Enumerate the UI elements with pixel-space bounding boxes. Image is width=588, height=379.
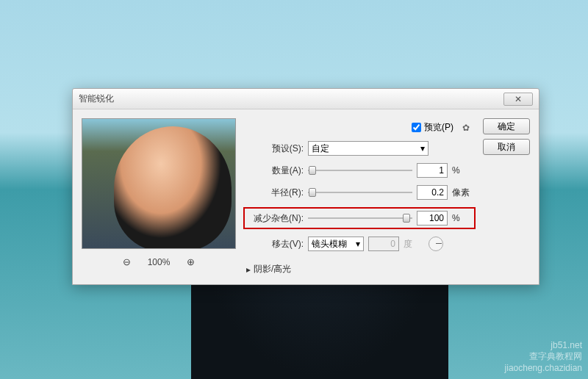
dialog-body: ⊖ 100% ⊕ 预览(P) ✿ 预设(S): 自定 ▾ (73, 109, 539, 284)
zoom-controls: ⊖ 100% ⊕ (82, 256, 236, 267)
radius-slider-thumb[interactable] (309, 188, 316, 197)
reduce-noise-input[interactable]: 100 (417, 211, 448, 225)
controls-column: 预览(P) ✿ 预设(S): 自定 ▾ 数量(A): 1 % (246, 118, 473, 275)
amount-row: 数量(A): 1 % (246, 163, 473, 178)
radius-label: 半径(R): (246, 187, 304, 199)
radius-row: 半径(R): 0.2 像素 (246, 185, 473, 200)
reduce-noise-slider-track (308, 217, 412, 219)
preview-checkbox-row: 预览(P) ✿ (246, 121, 473, 134)
remove-dropdown[interactable]: 镜头模糊 ▾ (308, 237, 364, 251)
watermark-line3: jiaocheng.chazidian (505, 363, 582, 373)
radius-input[interactable]: 0.2 (417, 185, 448, 200)
radius-slider[interactable] (308, 187, 412, 198)
preset-label: 预设(S): (246, 142, 304, 155)
amount-input[interactable]: 1 (417, 163, 448, 178)
ok-button[interactable]: 确定 (483, 118, 530, 134)
remove-value: 镜头模糊 (312, 238, 347, 250)
preview-checkbox-text: 预览(P) (424, 121, 453, 134)
preset-dropdown[interactable]: 自定 ▾ (308, 141, 429, 156)
chevron-down-icon: ▾ (420, 143, 425, 154)
zoom-in-icon[interactable]: ⊕ (187, 256, 195, 267)
radius-unit: 像素 (452, 187, 473, 199)
zoom-out-icon[interactable]: ⊖ (123, 256, 131, 267)
dialog-title: 智能锐化 (79, 93, 503, 105)
preview-checkbox-label[interactable]: 预览(P) (412, 121, 453, 134)
reduce-noise-row: 减少杂色(N): 100 % (243, 207, 476, 229)
reduce-noise-label: 减少杂色(N): (246, 212, 304, 225)
button-column: 确定 取消 (483, 118, 530, 275)
amount-unit: % (452, 165, 473, 176)
zoom-percent: 100% (144, 257, 173, 267)
preview-checkbox[interactable] (412, 123, 421, 132)
close-icon: ✕ (514, 94, 522, 104)
triangle-right-icon: ▸ (246, 264, 251, 275)
preset-row: 预设(S): 自定 ▾ (246, 141, 473, 156)
shadows-highlights-label: 阴影/高光 (254, 263, 291, 275)
reduce-noise-slider[interactable] (308, 212, 412, 224)
angle-dial[interactable] (429, 237, 443, 251)
radius-slider-track (308, 192, 412, 193)
reduce-noise-unit: % (452, 213, 473, 223)
close-button[interactable]: ✕ (503, 93, 533, 106)
watermark-line1: jb51.net (505, 340, 582, 350)
remove-row: 移去(V): 镜头模糊 ▾ 0 度 (246, 237, 473, 251)
dialog-titlebar[interactable]: 智能锐化 ✕ (73, 89, 539, 109)
reduce-noise-slider-thumb[interactable] (403, 214, 410, 223)
amount-slider-thumb[interactable] (309, 166, 316, 175)
amount-label: 数量(A): (246, 165, 304, 177)
cancel-button[interactable]: 取消 (483, 139, 530, 155)
preview-image[interactable] (82, 118, 236, 249)
remove-label: 移去(V): (246, 238, 304, 250)
gear-icon[interactable]: ✿ (462, 123, 470, 133)
remove-degree-input: 0 (368, 237, 399, 251)
shadows-highlights-disclosure[interactable]: ▸ 阴影/高光 (246, 263, 473, 275)
smart-sharpen-dialog: 智能锐化 ✕ ⊖ 100% ⊕ 预览(P) ✿ (72, 88, 539, 285)
chevron-down-icon: ▾ (356, 239, 360, 249)
remove-degree-unit: 度 (404, 238, 424, 250)
preset-value: 自定 (312, 142, 329, 155)
amount-slider[interactable] (308, 165, 412, 176)
preview-column: ⊖ 100% ⊕ (82, 118, 236, 275)
preview-face (114, 126, 232, 249)
watermark-line2: 查字典教程网 (505, 350, 582, 363)
watermark-bottom-right: jb51.net 查字典教程网 jiaocheng.chazidian (505, 340, 582, 373)
amount-slider-track (308, 170, 412, 171)
